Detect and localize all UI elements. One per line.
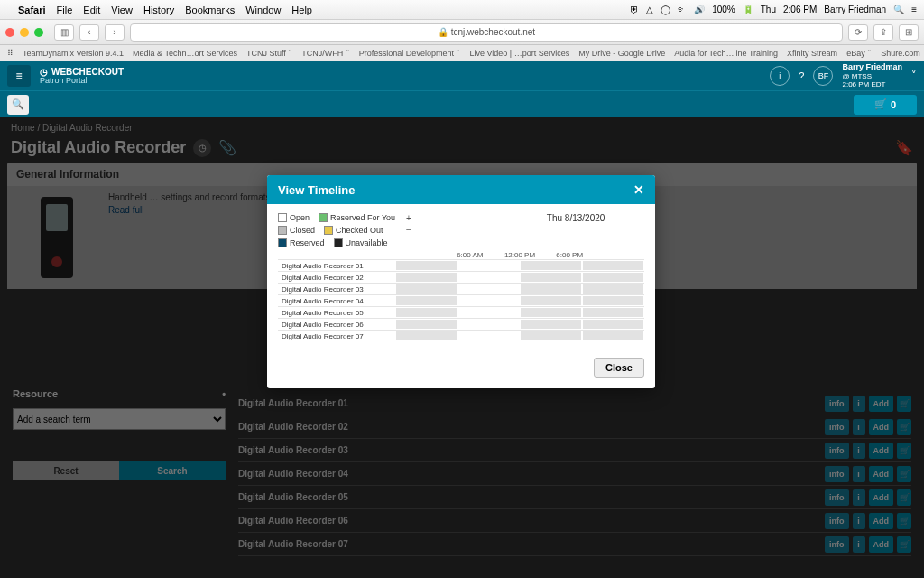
bookmark-item[interactable]: Audia for Tech…line Training bbox=[674, 49, 778, 58]
timeline-row-label: Digital Audio Recorder 05 bbox=[278, 309, 395, 317]
timeline-row: Digital Audio Recorder 01 bbox=[278, 259, 644, 271]
bookmark-item[interactable]: Professional Development bbox=[359, 49, 461, 58]
share-icon[interactable]: ⇪ bbox=[873, 24, 893, 41]
volume-icon: 🔊 bbox=[694, 5, 705, 14]
bookmark-item[interactable]: Shure.com bbox=[881, 49, 920, 58]
bookmark-item[interactable]: eBay bbox=[846, 49, 872, 58]
hamburger-icon[interactable]: ≡ bbox=[7, 65, 31, 87]
zoom-out-icon[interactable]: − bbox=[406, 225, 411, 235]
url-bar[interactable]: 🔒 tcnj.webcheckout.net bbox=[130, 23, 843, 42]
bookmark-item[interactable]: TCNJ Stuff bbox=[246, 49, 292, 58]
cart-button[interactable]: 🛒0 bbox=[854, 95, 917, 115]
search-row: 🔍 🛒0 bbox=[0, 90, 924, 117]
timeline-row-label: Digital Audio Recorder 03 bbox=[278, 285, 395, 294]
close-icon[interactable]: ✕ bbox=[633, 182, 644, 197]
timeline-row: Digital Audio Recorder 02 bbox=[278, 271, 644, 283]
timeline-axis: 6:00 AM12:00 PM6:00 PM bbox=[395, 251, 644, 259]
logo-icon: ◷ bbox=[40, 68, 48, 77]
spotlight-icon[interactable]: 🔍 bbox=[893, 5, 904, 14]
tabs-icon[interactable]: ⊞ bbox=[899, 24, 919, 41]
clock-day: Thu bbox=[761, 5, 776, 14]
close-button[interactable]: Close bbox=[594, 358, 644, 378]
menu-window[interactable]: Window bbox=[245, 5, 281, 15]
wifi-icon: ᯤ bbox=[678, 5, 687, 14]
timeline-row-label: Digital Audio Recorder 04 bbox=[278, 297, 395, 305]
timeline-row-label: Digital Audio Recorder 07 bbox=[278, 332, 395, 340]
bookmark-grid-icon[interactable]: ⠿ bbox=[7, 49, 14, 58]
triangle-icon: △ bbox=[646, 5, 653, 14]
app-name[interactable]: Safari bbox=[18, 5, 46, 15]
bookmark-item[interactable]: My Drive - Google Drive bbox=[578, 49, 665, 58]
timeline-row: Digital Audio Recorder 05 bbox=[278, 306, 644, 318]
timeline-row: Digital Audio Recorder 03 bbox=[278, 283, 644, 294]
timeline-row-label: Digital Audio Recorder 01 bbox=[278, 262, 395, 270]
menu-view[interactable]: View bbox=[111, 5, 133, 15]
bookmark-item[interactable]: Xfinity Stream bbox=[787, 49, 837, 58]
chevron-down-icon[interactable]: ˅ bbox=[911, 70, 917, 81]
sidebar-toggle-icon[interactable]: ▥ bbox=[54, 24, 74, 41]
battery-icon: 🔋 bbox=[743, 5, 753, 14]
bookmark-item[interactable]: Live Video | …port Services bbox=[469, 49, 569, 58]
timeline-row: Digital Audio Recorder 04 bbox=[278, 294, 644, 306]
notif-icon[interactable]: ≡ bbox=[911, 5, 917, 14]
timeline-row: Digital Audio Recorder 06 bbox=[278, 318, 644, 330]
forward-button[interactable]: › bbox=[105, 24, 125, 41]
cart-icon: 🛒 bbox=[874, 98, 887, 110]
battery-level: 100% bbox=[712, 5, 735, 14]
search-icon[interactable]: 🔍 bbox=[7, 95, 29, 115]
macos-menubar: Safari File Edit View History Bookmarks … bbox=[0, 0, 924, 20]
bookmark-item[interactable]: TeamDynamix Version 9.4.1 bbox=[23, 49, 124, 58]
help-info-icon[interactable]: i bbox=[770, 66, 790, 86]
menu-help[interactable]: Help bbox=[291, 5, 312, 15]
user-avatar[interactable]: BF bbox=[813, 66, 833, 86]
timeline-modal: View Timeline ✕ Open Reserved For You Cl… bbox=[267, 175, 655, 388]
page-body: Home / Digital Audio Recorder Digital Au… bbox=[0, 117, 924, 578]
back-button[interactable]: ‹ bbox=[79, 24, 99, 41]
reader-icon[interactable]: ⟳ bbox=[848, 24, 868, 41]
bookmark-item[interactable]: TCNJ/WFH bbox=[301, 49, 350, 58]
bookmarks-bar: ⠿ TeamDynamix Version 9.4.1 Media & Tech… bbox=[0, 45, 924, 61]
timeline-row-label: Digital Audio Recorder 06 bbox=[278, 321, 395, 329]
shield-icon: ⛨ bbox=[630, 5, 639, 14]
window-controls[interactable] bbox=[5, 28, 43, 37]
legend: Open Reserved For You Closed Checked Out… bbox=[278, 213, 404, 247]
modal-title: View Timeline bbox=[278, 183, 356, 197]
menu-file[interactable]: File bbox=[57, 5, 73, 15]
menu-bookmarks[interactable]: Bookmarks bbox=[185, 5, 235, 15]
timeline-row-label: Digital Audio Recorder 02 bbox=[278, 274, 395, 282]
circle-icon: ◯ bbox=[661, 5, 670, 14]
timeline-date: Thu 8/13/2020 bbox=[547, 213, 605, 247]
menu-history[interactable]: History bbox=[143, 5, 174, 15]
app-header: ≡ ◷WEBCHECKOUT Patron Portal i ? BF Barr… bbox=[0, 61, 924, 90]
help-question-icon[interactable]: ? bbox=[799, 70, 804, 81]
bookmark-item[interactable]: Media & Techn…ort Services bbox=[133, 49, 237, 58]
timeline-row: Digital Audio Recorder 07 bbox=[278, 330, 644, 341]
menubar-user[interactable]: Barry Friedman bbox=[824, 5, 886, 14]
user-block[interactable]: Barry Friedman @ MTSS 2:06 PM EDT bbox=[842, 62, 902, 89]
brand[interactable]: ◷WEBCHECKOUT Patron Portal bbox=[40, 68, 124, 85]
safari-toolbar: ▥ ‹ › 🔒 tcnj.webcheckout.net ⟳ ⇪ ⊞ bbox=[0, 20, 924, 45]
zoom-in-icon[interactable]: + bbox=[406, 213, 411, 223]
lock-icon: 🔒 bbox=[438, 27, 448, 37]
clock-time: 2:06 PM bbox=[783, 5, 817, 14]
menu-edit[interactable]: Edit bbox=[83, 5, 100, 15]
